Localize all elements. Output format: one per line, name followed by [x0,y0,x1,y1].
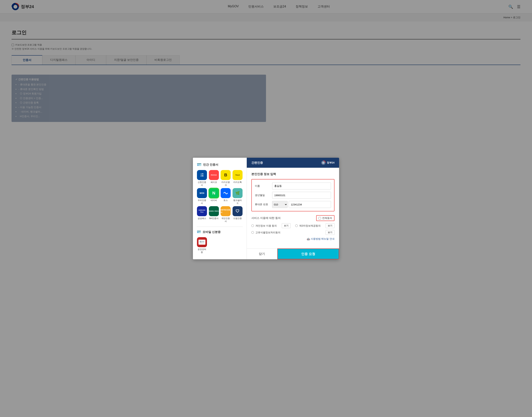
kukmin-label: 국민인증서 [221,217,231,223]
modal-header-logo: 정부24 [321,160,334,165]
consent-row-1: 개인정보 이용 동의 보기 제3자정보제공동의 보기 [251,223,334,228]
modal-left-panel: 🪪 민간 인증서 신한은행 신한인증서 PAYCO 페이코 [193,158,247,259]
consent-title: 서비스 이용에 대한 동의 [251,216,281,220]
nh-icon: 528891 55651 [209,206,219,216]
modal-right-panel: 간편인증 정부24 본인인증 정보 입력 이름 [247,158,339,259]
consent-rows: 개인정보 이용 동의 보기 제3자정보제공동의 보기 고유식별정보처리동의 보기 [251,223,334,235]
samsung-icon: SAMSUNGPass [197,206,207,216]
kakaotalk-label: 카카오톡 [233,181,242,184]
driverlicense-icon [197,237,207,247]
cert-samsung[interactable]: SAMSUNGPass 삼성패스 [197,206,207,223]
samsung-label: 삼성패스 [198,217,206,220]
mobile-cert-title: 🪪 모바일 신분증 [197,230,243,234]
name-row: 이름 [255,183,331,189]
modal-header: 간편인증 정부24 [247,158,339,168]
phone-row: 휴대폰 번호 010 011 016 017 [255,201,331,208]
naver-icon: N [209,188,219,198]
payco-icon: PAYCO [209,170,219,180]
consent-all-checkbox[interactable] [319,217,321,219]
cert-shinhan[interactable]: 신한은행 신한인증서 [197,170,207,187]
consent-radio-2[interactable] [295,224,298,227]
nh-label: NH인증서 [209,217,219,220]
toss-icon [221,188,231,198]
cert-nh[interactable]: 528891 55651 NH인증서 [209,206,219,223]
consent-row-2: 고유식별정보처리동의 보기 [251,230,334,235]
id-card-icon: 🪪 [197,162,202,167]
private-cert-title: 🪪 민간 인증서 [197,162,243,167]
driverlicense-label: 운전면허증 [197,248,207,254]
form-box: 이름 생년월일 휴대폰 번호 010 011 016 [251,179,334,211]
banksal-label: 뱅크샐러드 [232,199,243,205]
cert-driverlicense[interactable]: 운전면허증 [197,237,207,254]
kakaobank-label: 카카오뱅크 [221,181,231,187]
banksal-icon: 🌿 [232,188,242,198]
cert-banksal[interactable]: 🌿 뱅크샐러드 [232,188,243,205]
cert-payco[interactable]: PAYCO 페이코 [209,170,219,187]
phone-inputs: 010 011 016 017 [272,201,331,208]
svg-point-8 [322,162,324,164]
consent-view-btn-1[interactable]: 보기 [282,223,291,228]
form-title: 본인인증 정보 입력 [251,172,334,176]
name-label: 이름 [255,184,272,188]
close-button[interactable]: 닫기 [247,249,277,259]
woori-icon: WON [197,188,207,198]
cert-grid: 신한은행 신한인증서 PAYCO 페이코 B 카카오뱅크 [197,170,243,223]
payco-label: 페이코 [211,181,217,184]
cert-dream[interactable]: 🛡 드림인증 [232,206,243,223]
modal-footer: 닫기 인증 요청 [247,248,339,259]
cert-kakaobank[interactable]: B 카카오뱅크 [221,170,231,187]
svg-rect-3 [200,241,202,242]
naver-label: 네이버 [211,199,217,202]
kakaotalk-icon: TALK [232,170,242,180]
consent-label-2: 제3자정보제공동의 [299,224,324,228]
help-icon: 🤖 [307,238,310,240]
cert-kakaotalk[interactable]: TALK 카카오톡 [232,170,243,187]
kakaobank-icon: B [221,170,231,180]
birthdate-row: 생년월일 [255,192,331,199]
dream-label: 드림인증 [233,217,242,220]
auth-request-button[interactable]: 인증 요청 [277,249,339,259]
consent-all-label[interactable]: 전체동의 [316,215,334,221]
cert-naver[interactable]: N 네이버 [209,188,219,205]
name-input[interactable] [272,183,331,189]
cert-woori[interactable]: WON 우리인증서 [197,188,207,205]
shinhan-label: 신한인증서 [197,181,207,187]
modal-header-title: 간편인증 [251,161,263,165]
divider [197,227,243,227]
modal-overlay: 🪪 민간 인증서 신한은행 신한인증서 PAYCO 페이코 [0,0,532,417]
mobile-id-icon: 🪪 [197,230,201,234]
consent-view-btn-3[interactable]: 보기 [326,230,334,235]
modal-body: 본인인증 정보 입력 이름 생년월일 휴대폰 번호 [247,168,339,248]
shinhan-icon: 신한은행 [197,170,207,180]
consent-label-1: 개인정보 이용 동의 [255,224,280,228]
phone-number-input[interactable] [289,201,331,208]
cert-kukmin[interactable]: KB국민인증서 국민인증서 [221,206,231,223]
consent-radio-3[interactable] [251,231,254,234]
consent-radio-1[interactable] [251,224,254,227]
dream-icon: 🛡 [232,206,242,216]
mobile-cert-grid: 운전면허증 [197,237,243,254]
woori-label: 우리인증서 [197,199,207,205]
help-link[interactable]: 🤖 사용방법 매뉴얼 안내 [251,237,334,241]
consent-view-btn-2[interactable]: 보기 [326,223,334,228]
modal: 🪪 민간 인증서 신한은행 신한인증서 PAYCO 페이코 [193,158,339,259]
cert-toss[interactable]: 토스 [221,188,231,205]
consent-label-3: 고유식별정보처리동의 [255,231,324,234]
phone-prefix-select[interactable]: 010 011 016 017 [272,201,288,208]
birthdate-label: 생년월일 [255,194,272,197]
birthdate-input[interactable] [272,192,331,199]
consent-header: 서비스 이용에 대한 동의 전체동의 [251,215,334,221]
kukmin-icon: KB국민인증서 [221,206,231,216]
toss-label: 토스 [223,199,228,202]
phone-label: 휴대폰 번호 [255,203,272,206]
